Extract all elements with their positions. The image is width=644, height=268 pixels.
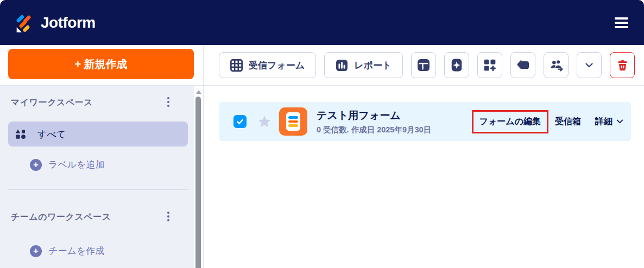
row-checkbox[interactable]: [233, 115, 247, 128]
hamburger-icon[interactable]: [615, 15, 631, 31]
reports-button[interactable]: レポート: [324, 52, 403, 78]
favorite-star-button[interactable]: [257, 114, 272, 129]
form-meta: 0 受信数. 作成日 2025年9月30日: [317, 125, 431, 135]
layout-icon: [417, 59, 430, 72]
sidebar-divider: [8, 189, 188, 190]
top-navbar: Jotform: [0, 0, 644, 45]
main-toolbar: 受信フォーム レポート: [219, 52, 635, 78]
more-label: 詳細: [595, 116, 613, 127]
my-workspace-header: マイワークスペース: [11, 97, 174, 109]
add-app-button[interactable]: [477, 52, 502, 78]
star-icon: [257, 114, 272, 129]
bar-chart-icon: [336, 59, 348, 72]
scrollbar-thumb[interactable]: [195, 97, 201, 268]
add-label-button[interactable]: + ラベルを追加: [30, 158, 105, 171]
sidebar-main-divider: [203, 45, 204, 268]
plus-circle-icon: +: [30, 159, 42, 171]
jotform-logo[interactable]: Jotform: [13, 12, 96, 34]
delete-button[interactable]: [610, 52, 635, 78]
submissions-table-button[interactable]: 受信フォーム: [219, 52, 316, 78]
annotation-highlight-box: フォームの編集: [472, 110, 549, 133]
apps-plus-icon: [483, 59, 496, 72]
sidebar-scrollbar[interactable]: [194, 86, 203, 268]
brand-name: Jotform: [41, 14, 96, 31]
form-document-icon: [279, 107, 307, 136]
form-title: テスト用フォーム: [317, 109, 431, 123]
form-list-row[interactable]: テスト用フォーム 0 受信数. 作成日 2025年9月30日 フォームの編集 受…: [219, 102, 631, 141]
row-more-button[interactable]: 詳細: [595, 116, 623, 127]
chevron-down-icon: [616, 119, 623, 124]
form-info[interactable]: テスト用フォーム 0 受信数. 作成日 2025年9月30日: [317, 109, 431, 135]
more-actions-button[interactable]: [577, 52, 602, 78]
create-team-button[interactable]: + チームを作成: [30, 245, 104, 257]
horizontal-divider: [0, 85, 644, 86]
reports-button-label: レポート: [354, 59, 392, 72]
scroll-up-arrow-icon[interactable]: [196, 90, 201, 94]
app-window: Jotform + 新規作成 マイワークスペース すべて + ラベ: [0, 0, 644, 268]
edit-form-button[interactable]: フォームの編集: [479, 116, 541, 127]
grid-table-icon: [230, 59, 243, 72]
create-team-text: チームを作成: [48, 245, 104, 257]
tag-icon: [516, 59, 529, 72]
ai-agent-button[interactable]: [444, 52, 469, 78]
layout-view-button[interactable]: [411, 52, 436, 78]
add-label-text: ラベルを追加: [48, 158, 105, 171]
team-workspace-header: チームのワークスペース: [11, 212, 174, 223]
move-team-icon: [550, 59, 563, 72]
sidebar-item-all-label: すべて: [37, 128, 66, 141]
my-workspace-title: マイワークスペース: [11, 97, 93, 109]
team-workspace-title: チームのワークスペース: [11, 212, 111, 223]
shapes-icon: [15, 129, 26, 139]
sidebar: マイワークスペース すべて + ラベルを追加 チームのワークスペース: [0, 86, 203, 268]
chevron-down-icon: [585, 63, 593, 68]
label-tag-button[interactable]: [510, 52, 535, 78]
trash-icon: [616, 59, 629, 72]
plus-circle-icon: +: [30, 245, 42, 257]
sparkle-icon: [450, 59, 463, 72]
sidebar-item-all[interactable]: すべて: [8, 122, 188, 146]
kebab-icon[interactable]: [161, 209, 176, 224]
kebab-icon[interactable]: [161, 94, 176, 110]
create-new-button[interactable]: + 新規作成: [8, 49, 194, 79]
submissions-button-label: 受信フォーム: [249, 59, 305, 72]
move-to-team-button[interactable]: [544, 52, 569, 78]
inbox-button[interactable]: 受信箱: [555, 116, 581, 127]
check-icon: [236, 117, 244, 126]
jotform-logo-icon: [13, 12, 35, 34]
